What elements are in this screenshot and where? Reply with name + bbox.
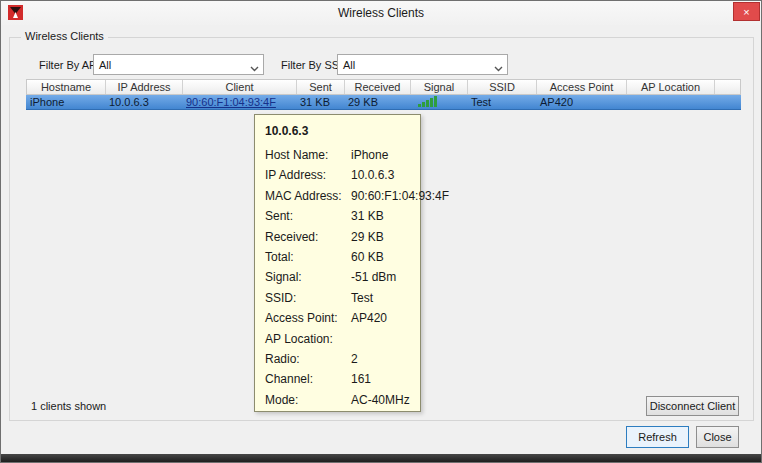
groupbox-label: Wireless Clients — [21, 30, 108, 42]
wireless-clients-window: Wireless Clients × Wireless Clients Filt… — [0, 0, 762, 463]
chevron-down-icon — [494, 62, 503, 74]
close-button[interactable]: Close — [696, 426, 739, 448]
cell-ap-location — [626, 95, 714, 109]
cell-ssid: Test — [467, 95, 536, 109]
column-header-signal[interactable]: Signal — [411, 80, 468, 94]
signal-bars-icon — [410, 95, 467, 109]
tooltip-title: 10.0.6.3 — [265, 124, 410, 138]
tooltip-field-mac-address: MAC Address: 90:60:F1:04:93:4F — [265, 189, 410, 209]
tooltip-field-sent: Sent: 31 KB — [265, 209, 410, 229]
refresh-button[interactable]: Refresh — [626, 426, 689, 448]
clients-shown-status: 1 clients shown — [31, 400, 106, 412]
clients-table: Hostname IP Address Client Sent Received… — [26, 79, 741, 110]
tooltip-field-total: Total: 60 KB — [265, 250, 410, 270]
column-header-sent[interactable]: Sent — [297, 80, 345, 94]
column-header-client[interactable]: Client — [183, 80, 297, 94]
cell-client-mac-link[interactable]: 90:60:F1:04:93:4F — [182, 95, 296, 109]
cell-ip-address: 10.0.6.3 — [105, 95, 182, 109]
tooltip-field-host-name: Host Name: iPhone — [265, 148, 410, 168]
column-header-filler — [715, 80, 740, 94]
tooltip-field-channel: Channel: 161 — [265, 372, 410, 392]
tooltip-field-ap-location: AP Location: — [265, 332, 410, 352]
tooltip-field-received: Received: 29 KB — [265, 230, 410, 250]
filter-by-ssid-select[interactable]: All — [337, 54, 508, 75]
cell-received: 29 KB — [344, 95, 410, 109]
filter-by-ap-value: All — [99, 59, 111, 71]
cell-access-point: AP420 — [536, 95, 626, 109]
filter-by-ssid-value: All — [343, 59, 355, 71]
disconnect-client-button[interactable]: Disconnect Client — [646, 396, 739, 416]
column-header-ip-address[interactable]: IP Address — [106, 80, 183, 94]
tooltip-field-signal: Signal: -51 dBm — [265, 270, 410, 290]
column-header-received[interactable]: Received — [345, 80, 411, 94]
column-header-ssid[interactable]: SSID — [468, 80, 537, 94]
tooltip-field-ip-address: IP Address: 10.0.6.3 — [265, 168, 410, 188]
column-header-access-point[interactable]: Access Point — [537, 80, 627, 94]
client-row-selected[interactable]: iPhone 10.0.6.3 90:60:F1:04:93:4F 31 KB … — [26, 95, 741, 110]
cell-filler — [714, 95, 741, 109]
window-close-button[interactable]: × — [733, 2, 760, 21]
clients-table-header: Hostname IP Address Client Sent Received… — [26, 79, 741, 95]
filter-by-ap-select[interactable]: All — [93, 54, 264, 75]
chevron-down-icon — [250, 62, 259, 74]
tooltip-field-mode: Mode: AC-40MHz — [265, 393, 410, 413]
tooltip-field-radio: Radio: 2 — [265, 352, 410, 372]
filter-by-ap-label: Filter By AP — [39, 59, 96, 71]
client-details-tooltip: 10.0.6.3 Host Name: iPhone IP Address: 1… — [254, 114, 421, 412]
titlebar[interactable]: Wireless Clients × — [1, 1, 761, 25]
window-title: Wireless Clients — [1, 6, 761, 20]
cell-sent: 31 KB — [296, 95, 344, 109]
cell-hostname: iPhone — [26, 95, 105, 109]
tooltip-field-access-point: Access Point: AP420 — [265, 311, 410, 331]
close-icon: × — [743, 6, 749, 18]
window-bottom-frame — [1, 454, 761, 462]
tooltip-field-ssid: SSID: Test — [265, 291, 410, 311]
column-header-ap-location[interactable]: AP Location — [627, 80, 715, 94]
column-header-hostname[interactable]: Hostname — [27, 80, 106, 94]
